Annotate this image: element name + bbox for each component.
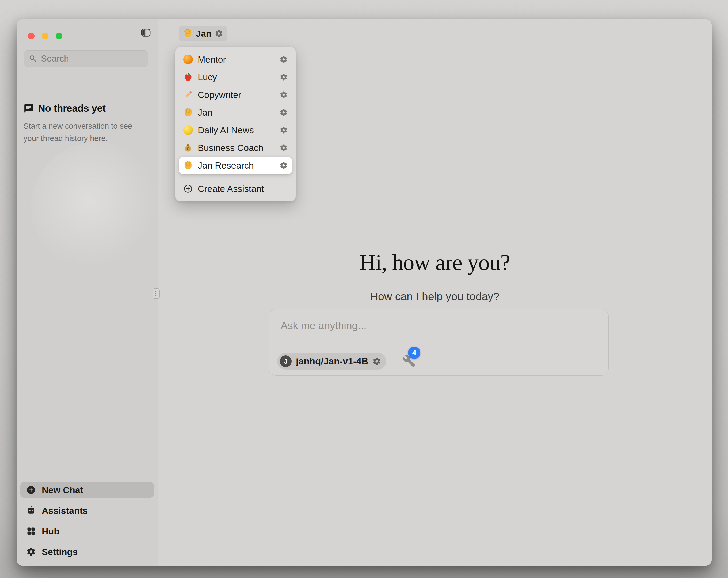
search-input[interactable] <box>41 53 155 64</box>
sidebar-item-assistants[interactable]: Assistants <box>20 503 154 519</box>
app-window: No threads yet Start a new conversation … <box>17 19 712 566</box>
greeting-title: Hi, how are you? <box>158 249 712 275</box>
money-bag-icon <box>183 143 193 153</box>
composer-card: J janhq/Jan-v1-4B 4 <box>269 309 609 376</box>
close-window-button[interactable] <box>28 33 34 39</box>
wave-hand-icon <box>183 107 193 117</box>
menu-item-daily-ai-news[interactable]: Daily AI News <box>179 121 292 139</box>
gear-icon[interactable] <box>280 126 288 134</box>
gear-icon[interactable] <box>280 55 288 64</box>
gear-icon[interactable] <box>280 144 288 152</box>
traffic-lights <box>28 33 62 39</box>
orange-circle-icon <box>183 55 193 64</box>
chat-input[interactable] <box>281 320 575 331</box>
sidebar-resize-handle[interactable] <box>153 288 160 299</box>
empty-state-description: Start a new conversation to see your thr… <box>24 120 144 145</box>
zoom-window-button[interactable] <box>56 33 62 39</box>
menu-item-label: Copywriter <box>198 90 241 100</box>
greeting-subtitle: How can I help you today? <box>158 290 712 303</box>
sidebar-highlight-blob <box>31 142 160 271</box>
sidebar-item-new-chat[interactable]: New Chat <box>20 482 154 498</box>
menu-item-lucy[interactable]: Lucy <box>179 68 292 86</box>
gear-icon[interactable] <box>215 29 223 37</box>
empty-state-title: No threads yet <box>38 103 106 114</box>
gear-icon[interactable] <box>280 108 288 117</box>
assistant-dropdown-menu: Mentor Lucy Copywriter Jan Daily AI News <box>175 47 296 201</box>
chat-bubble-icon <box>24 103 34 114</box>
main-area: Jan Mentor Lucy Copywriter Jan <box>158 19 712 566</box>
yellow-circle-icon <box>183 125 193 135</box>
model-name: janhq/Jan-v1-4B <box>296 356 368 367</box>
menu-item-label: Mentor <box>198 54 226 65</box>
menu-item-label: Lucy <box>198 72 217 82</box>
gear-icon <box>26 547 36 557</box>
apple-icon <box>183 72 193 82</box>
pencil-icon <box>183 90 193 100</box>
nav-label: Hub <box>42 526 59 536</box>
gear-icon[interactable] <box>372 357 381 366</box>
menu-item-label: Jan <box>198 107 212 118</box>
menu-item-label: Daily AI News <box>198 125 254 135</box>
sidebar: No threads yet Start a new conversation … <box>17 19 158 566</box>
minimize-window-button[interactable] <box>42 33 48 39</box>
model-avatar: J <box>280 355 292 367</box>
plus-circle-icon <box>26 485 36 495</box>
hub-grid-icon <box>26 526 36 536</box>
gear-icon[interactable] <box>280 161 288 169</box>
menu-item-business-coach[interactable]: Business Coach <box>179 139 292 156</box>
tools-count-badge: 4 <box>408 347 420 359</box>
nav-label: New Chat <box>42 485 83 495</box>
assistant-selector-button[interactable]: Jan <box>179 26 227 41</box>
nav-label: Settings <box>42 547 78 557</box>
menu-item-jan-research[interactable]: Jan Research <box>179 156 292 174</box>
wave-hand-icon <box>183 29 192 38</box>
menu-item-copywriter[interactable]: Copywriter <box>179 86 292 104</box>
model-selector-button[interactable]: J janhq/Jan-v1-4B <box>277 353 386 370</box>
nav-label: Assistants <box>42 505 88 516</box>
search-icon <box>29 54 37 63</box>
menu-item-label: Business Coach <box>198 143 263 153</box>
menu-item-mentor[interactable]: Mentor <box>179 51 292 68</box>
gear-icon[interactable] <box>280 91 288 99</box>
toggle-sidebar-icon[interactable] <box>140 27 151 38</box>
greeting: Hi, how are you? How can I help you toda… <box>158 249 712 303</box>
menu-item-jan[interactable]: Jan <box>179 104 292 121</box>
menu-item-label: Jan Research <box>198 160 254 171</box>
menu-item-label: Create Assistant <box>198 183 264 194</box>
assistant-name: Jan <box>196 28 212 39</box>
sidebar-nav: New Chat Assistants Hub Settings <box>20 482 154 560</box>
plus-circle-outline-icon <box>183 184 193 194</box>
menu-item-create-assistant[interactable]: Create Assistant <box>179 180 292 198</box>
sidebar-item-settings[interactable]: Settings <box>20 544 154 560</box>
gear-icon[interactable] <box>280 73 288 81</box>
assistants-icon <box>26 506 36 516</box>
threads-empty-state: No threads yet Start a new conversation … <box>24 103 152 145</box>
sidebar-item-hub[interactable]: Hub <box>20 523 154 539</box>
search-box[interactable] <box>24 50 149 67</box>
wave-hand-icon <box>183 160 193 170</box>
